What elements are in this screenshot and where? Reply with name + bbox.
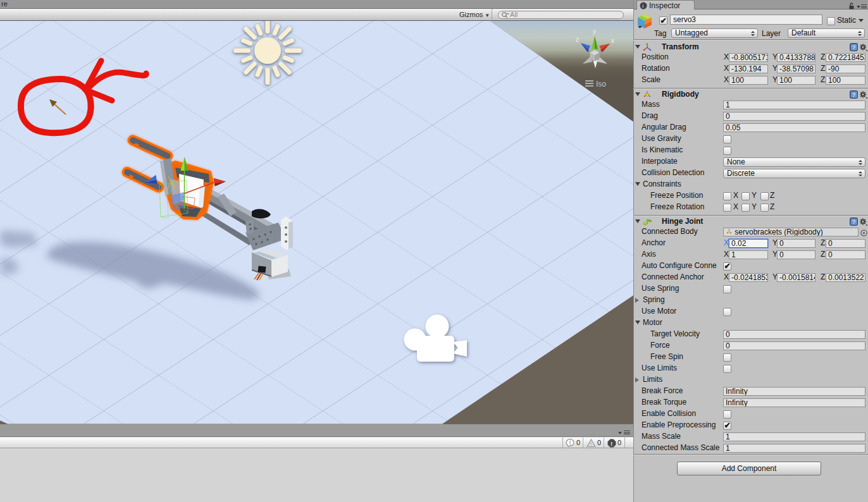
svg-text:Iso: Iso [596, 80, 606, 89]
svg-text:?: ? [852, 44, 855, 51]
svg-text:y: y [593, 28, 596, 35]
svg-text:!: ! [569, 439, 571, 446]
svg-text:!: ! [590, 441, 592, 447]
svg-text:?: ? [852, 219, 855, 225]
svg-text:!: ! [611, 440, 612, 447]
svg-text:x: x [611, 37, 614, 44]
svg-text:?: ? [852, 92, 855, 98]
svg-text:z: z [576, 36, 579, 43]
